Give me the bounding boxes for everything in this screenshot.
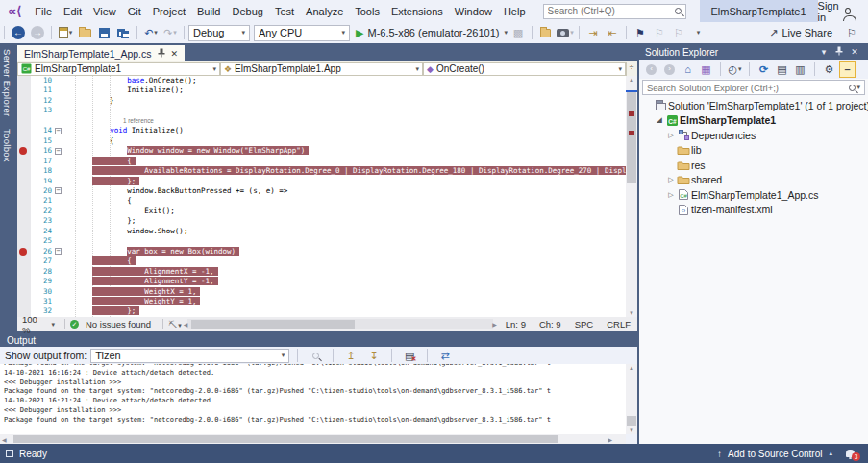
se-forward-button[interactable]: › (661, 61, 678, 78)
tree-item-shared[interactable]: ▷shared (639, 173, 868, 188)
feedback-button[interactable]: ⚐ (843, 24, 860, 41)
output-console[interactable]: Package found on the target system: "net… (0, 364, 626, 434)
code-cleanup-button[interactable]: ⛏▾ (168, 320, 182, 329)
scroll-right-icon[interactable]: ▶ (492, 321, 497, 328)
menu-build[interactable]: Build (191, 4, 226, 19)
save-all-button[interactable] (114, 24, 132, 41)
document-tab[interactable]: ElmSharpTemplate1_App.cs ✕ (17, 45, 185, 61)
breakpoint-margin[interactable] (17, 106, 31, 115)
menu-edit[interactable]: Edit (58, 4, 87, 19)
breakpoint-margin[interactable] (17, 76, 31, 85)
tree-item-elmsharptemplate1-app-cs[interactable]: ▷C#ElmSharpTemplate1_App.cs (639, 187, 868, 203)
solution-platform-dropdown[interactable]: Any CPU▾ (254, 25, 350, 41)
pending-changes-filter-button[interactable]: ◴▾ (727, 61, 743, 78)
clear-all-output-button[interactable]: ▤✕ (401, 347, 418, 364)
toolbar-overflow-button[interactable]: ▾ (689, 24, 707, 41)
breakpoint-margin[interactable] (17, 85, 31, 95)
breakpoint-margin[interactable] (17, 207, 31, 216)
scroll-down-icon[interactable]: ▼ (626, 310, 637, 316)
type-dropdown[interactable]: ❖ ElmSharpTemplate1.App▾ (220, 62, 423, 76)
breakpoint-margin[interactable] (17, 166, 31, 176)
show-all-files-button[interactable]: ▥ (792, 61, 808, 78)
previous-bookmark-button[interactable]: ⚐ (651, 24, 668, 41)
editor-horizontal-scrollbar[interactable]: ◀ ▶ (187, 319, 493, 329)
menu-git[interactable]: Git (122, 4, 147, 19)
project-dropdown[interactable]: C# ElmSharpTemplate1▾ (17, 62, 220, 76)
breakpoint-margin[interactable] (17, 177, 31, 186)
fold-collapse-icon[interactable]: − (55, 148, 62, 155)
codelens-references[interactable]: 1 reference (123, 117, 154, 124)
editor-vertical-scrollbar[interactable]: ▲ ▼ (626, 76, 637, 317)
window-position-icon[interactable]: ▾ (816, 47, 831, 57)
menu-project[interactable]: Project (147, 4, 191, 19)
switch-views-button[interactable]: ▦ (698, 61, 714, 78)
output-horizontal-scrollbar[interactable]: ◀ ▶ (0, 434, 626, 444)
hot-reload-button[interactable]: ▩ (509, 24, 527, 41)
breakpoint-margin[interactable] (17, 277, 31, 286)
scroll-up-icon[interactable]: ▲ (626, 365, 637, 371)
breakpoint-margin[interactable] (17, 236, 31, 246)
line-ending-indicator[interactable]: CRLF (600, 319, 637, 329)
scroll-down-icon[interactable]: ▼ (626, 427, 637, 433)
tree-item-lib[interactable]: lib (639, 143, 868, 158)
notifications-bell-icon[interactable]: 3 (846, 450, 855, 457)
breakpoint-margin[interactable] (17, 297, 31, 306)
start-debugging-button[interactable]: ▶ M-6.5-x86 (emulator-26101) ▾ (356, 24, 508, 41)
solution-explorer-search-box[interactable]: ▾ (642, 80, 865, 95)
scrollbar-thumb[interactable] (627, 92, 636, 183)
server-explorer-tab[interactable]: Server Explorer (0, 43, 14, 123)
quick-search-box[interactable] (543, 4, 686, 19)
toolbox-tab[interactable]: Toolbox (0, 123, 14, 168)
breakpoint-margin[interactable] (17, 186, 31, 196)
output-source-dropdown[interactable]: Tizen▾ (90, 349, 289, 363)
open-file-button[interactable] (76, 24, 93, 41)
sign-in-button[interactable]: Sign in (818, 0, 851, 23)
pin-icon[interactable] (831, 46, 847, 58)
scroll-right-icon[interactable]: ▶ (608, 436, 612, 443)
background-tasks-icon[interactable] (6, 450, 13, 457)
scrollbar-thumb[interactable] (13, 435, 558, 443)
expander-icon[interactable]: ▷ (666, 176, 676, 183)
solution-explorer-title-bar[interactable]: Solution Explorer ▾ ✕ (639, 44, 868, 60)
breakpoint-margin[interactable] (17, 196, 31, 206)
properties-button[interactable]: ⚙ (821, 61, 837, 78)
expander-icon[interactable]: ▷ (666, 191, 676, 199)
navigate-backward-button[interactable]: ← (10, 24, 27, 41)
code-editor[interactable]: 10 base.OnCreate();11 Initialize();12 }1… (17, 76, 637, 317)
menu-view[interactable]: View (87, 4, 122, 19)
next-bookmark-button[interactable]: ⚐ (670, 24, 687, 41)
fold-collapse-icon[interactable]: − (55, 187, 62, 194)
toolbar-grip[interactable] (4, 26, 5, 39)
member-dropdown[interactable]: ◆ OnCreate()▾ (423, 62, 626, 76)
breakpoint-margin[interactable] (17, 247, 31, 256)
breakpoint-margin[interactable] (17, 267, 31, 277)
solution-explorer-search-input[interactable] (647, 83, 849, 93)
issues-status[interactable]: No issues found (79, 319, 158, 329)
breakpoint-margin[interactable] (17, 126, 31, 135)
redo-button[interactable]: ↷▾ (161, 24, 179, 41)
split-window-button[interactable]: ÷ (626, 62, 636, 76)
solution-configuration-dropdown[interactable]: Debug▾ (188, 25, 250, 41)
zoom-level-dropdown[interactable]: 100 %▾ (17, 314, 60, 335)
search-options-icon[interactable]: ▾ (856, 84, 860, 91)
step-into-button[interactable]: ⇤ (604, 24, 621, 41)
undo-button[interactable]: ↶▾ (142, 24, 160, 41)
breakpoint-margin[interactable] (17, 157, 31, 166)
menu-analyze[interactable]: Analyze (300, 4, 349, 19)
breakpoint-margin[interactable] (17, 146, 31, 156)
menu-debug[interactable]: Debug (227, 4, 269, 19)
fold-collapse-icon[interactable]: − (55, 248, 62, 255)
next-message-button[interactable]: ↧ (365, 347, 383, 364)
live-share-button[interactable]: ↗ Live Share (769, 24, 832, 41)
line-indicator[interactable]: Ln: 9 (499, 319, 533, 329)
se-back-button[interactable]: ‹ (643, 61, 659, 78)
previous-message-button[interactable]: ↥ (342, 347, 360, 364)
menu-test[interactable]: Test (269, 4, 300, 19)
indentation-indicator[interactable]: SPC (568, 319, 601, 329)
breakpoint-margin[interactable] (17, 287, 31, 297)
output-panel-title[interactable]: Output (0, 333, 637, 347)
breakpoint-margin[interactable] (17, 96, 31, 106)
breakpoint-margin[interactable] (17, 227, 31, 236)
sync-with-active-document-button[interactable]: ⟳ (756, 61, 772, 78)
scroll-left-icon[interactable]: ◀ (184, 321, 188, 328)
